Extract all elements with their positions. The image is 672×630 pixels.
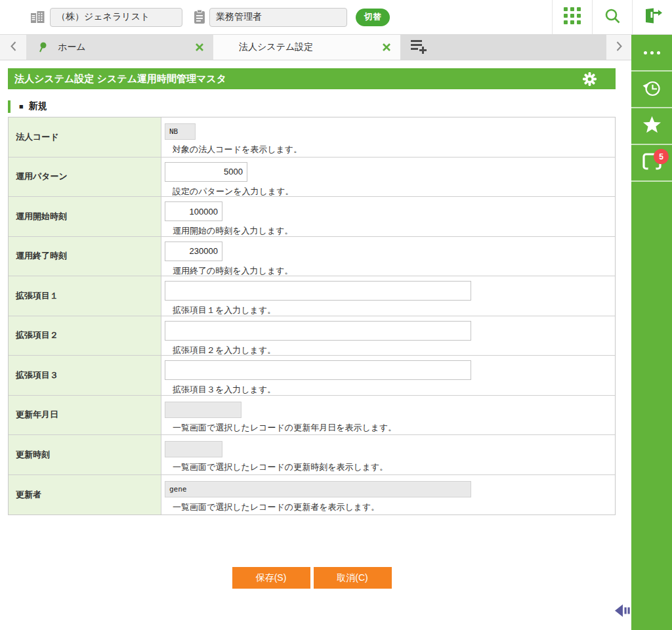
row-value-cell: 拡張項目２を入力します。 [161,316,615,356]
row-input [165,481,471,497]
tab-corporate-system-settings[interactable]: 法人システム設定 [213,35,400,60]
add-tab-button[interactable] [400,35,606,60]
row-input [165,402,242,418]
row-value-cell: 運用開始の時刻を入力します。 [161,197,615,236]
more-button[interactable] [631,35,672,72]
collapse-sidebar-icon[interactable] [614,603,631,618]
history-button[interactable] [631,72,672,108]
row-value-cell: 一覧画面で選択したレコードの更新年月日を表示します。 [161,396,615,435]
tab-home[interactable]: ホーム [26,35,213,60]
more-dots-icon [644,51,660,54]
form-row: 運用開始時刻 運用開始の時刻を入力します。 [9,197,615,237]
section-header: ■ 新規 [8,100,631,113]
cancel-button[interactable]: 取消(C) [314,567,392,589]
screen-title: 法人システム設定 システム運用時間管理マスタ [14,73,226,85]
pin-icon [38,42,47,53]
close-icon[interactable] [195,43,204,52]
role-input[interactable] [209,8,347,27]
row-label: 拡張項目１ [9,276,161,316]
row-input[interactable] [165,242,222,261]
screen-title-bar: 法人システム設定 システム運用時間管理マスタ [8,68,616,89]
gear-icon[interactable] [583,72,597,86]
row-description: 運用終了の時刻を入力します。 [173,265,615,277]
form-row: 更新者 一覧画面で選択したレコードの更新者を表示します。 [9,475,615,515]
row-label: 法人コード [9,117,161,157]
tabs-scroll-left-button[interactable] [0,35,26,60]
form-row: 更新時刻 一覧画面で選択したレコードの更新時刻を表示します。 [9,435,615,475]
app-header: 切替 [0,0,672,35]
section-accent-bar [8,100,10,113]
page-body: ホーム 法人システム設定 [0,35,672,630]
form-row: 法人コード 対象の法人コードを表示します。 [9,117,615,158]
row-label: 運用開始時刻 [9,197,161,236]
section-marker: ■ [19,102,24,110]
row-input [165,123,196,140]
tab-bar: ホーム 法人システム設定 [0,35,631,60]
row-label: 更新時刻 [9,435,161,474]
tab-label: ホーム [58,41,195,53]
grid-menu-icon [564,7,581,27]
row-description: 設定のパターンを入力します。 [173,186,615,198]
star-icon [642,116,662,136]
action-buttons: 保存(S) 取消(C) [8,567,616,589]
history-icon [641,77,663,102]
tabs-scroll-right-button[interactable] [606,35,631,60]
save-button[interactable]: 保存(S) [232,567,310,589]
row-description: 一覧画面で選択したレコードの更新時刻を表示します。 [173,461,615,473]
form-row: 拡張項目２ 拡張項目２を入力します。 [9,316,615,356]
row-input[interactable] [165,281,471,301]
row-description: 運用開始の時刻を入力します。 [173,225,615,237]
row-label: 更新年月日 [9,396,161,435]
building-icon [30,10,45,24]
favorites-button[interactable] [631,108,672,145]
add-tab-icon [400,39,427,56]
row-label: 運用終了時刻 [9,237,161,276]
search-button[interactable] [592,0,632,34]
grid-menu-button[interactable] [552,0,592,34]
row-description: 一覧画面で選択したレコードの更新年月日を表示します。 [173,422,615,434]
clipboard-icon [193,9,206,25]
row-description: 拡張項目２を入力します。 [173,345,615,356]
chevron-right-icon [616,41,622,54]
form-row: 拡張項目１ 拡張項目１を入力します。 [9,276,615,316]
close-icon[interactable] [382,43,391,52]
form-row: 更新年月日 一覧画面で選択したレコードの更新年月日を表示します。 [9,396,615,436]
row-value-cell: 拡張項目３を入力します。 [161,356,615,395]
row-description: 一覧画面で選択したレコードの更新者を表示します。 [173,501,615,513]
section-title: 新規 [29,100,47,112]
form-table: 法人コード 対象の法人コードを表示します。 運用パターン 設定のパターンを入力し… [8,117,616,515]
row-value-cell: 対象の法人コードを表示します。 [161,117,615,157]
form-row: 拡張項目３ 拡張項目３を入力します。 [9,356,615,396]
row-input[interactable] [165,321,471,341]
logout-button[interactable] [632,0,672,34]
row-label: 運用パターン [9,158,161,197]
row-input[interactable] [165,162,247,182]
row-description: 拡張項目３を入力します。 [173,384,615,396]
row-value-cell: 設定のパターンを入力します。 [161,158,615,197]
row-value-cell: 一覧画面で選択したレコードの更新時刻を表示します。 [161,435,615,474]
tab-label: 法人システム設定 [239,41,382,53]
logout-icon [643,7,662,27]
row-value-cell: 運用終了の時刻を入力します。 [161,237,615,276]
messages-button[interactable]: 5 [631,145,672,182]
sidebar-filler [631,182,672,630]
search-icon [604,8,621,27]
form-row: 運用終了時刻 運用終了の時刻を入力します。 [9,237,615,277]
main-area: ホーム 法人システム設定 [0,35,631,630]
row-value-cell: 一覧画面で選択したレコードの更新者を表示します。 [161,475,615,515]
row-description: 拡張項目１を入力します。 [173,304,615,316]
row-description: 対象の法人コードを表示します。 [173,144,615,156]
quick-sidebar: 5 [631,35,672,630]
row-label: 更新者 [9,475,161,515]
row-input [165,441,222,457]
row-value-cell: 拡張項目１を入力します。 [161,276,615,316]
message-count-badge: 5 [654,149,669,164]
row-input[interactable] [165,360,471,380]
row-label: 拡張項目３ [9,356,161,395]
chevron-left-icon [10,41,16,54]
row-input[interactable] [165,201,222,221]
row-label: 拡張項目２ [9,316,161,356]
company-input[interactable] [50,8,182,27]
switch-button[interactable]: 切替 [356,9,390,26]
header-actions [552,0,672,34]
